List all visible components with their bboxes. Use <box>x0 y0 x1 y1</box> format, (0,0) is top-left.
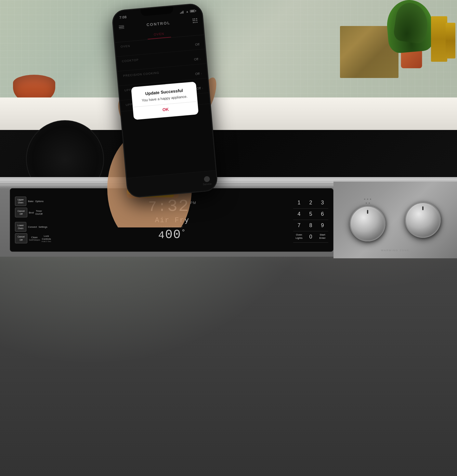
bake-button[interactable]: Bake <box>28 200 33 203</box>
cancel-off-1-button[interactable]: Cancel Off <box>15 208 27 217</box>
hold-3-sec-label: Hold 3 Sec <box>42 240 51 242</box>
right-burner-knob[interactable] <box>405 202 441 238</box>
left-burner-knob[interactable] <box>350 206 385 241</box>
btn-row-2: Cancel Off Broil Timer On/Off <box>15 208 51 217</box>
key-9[interactable]: 9 <box>317 220 328 231</box>
btn-row-1: Upper Oven Bake Options <box>15 197 51 206</box>
lock-button[interactable]: Lock <box>44 235 49 238</box>
lower-oven-temp-display: LOWER OVEN °F 400° <box>158 226 186 242</box>
gold-canister-1 <box>431 16 447 62</box>
cancel-off-2-button[interactable]: Cancel Off <box>15 233 27 243</box>
broil-button[interactable]: Broil <box>29 211 34 214</box>
lock-controls-label: Controls <box>42 238 51 240</box>
convect-button[interactable]: Convect <box>28 225 37 228</box>
clean-button[interactable]: Clean <box>31 236 38 239</box>
key-3[interactable]: 3 <box>317 197 328 209</box>
plant-pot <box>401 50 422 68</box>
button-cluster: Upper Oven Bake Options Cancel Off Broil… <box>15 197 51 243</box>
upper-oven-label: Upper Oven <box>18 199 24 204</box>
knob-indicator <box>367 210 368 214</box>
modal-ok-button[interactable]: OK <box>138 105 193 114</box>
settings-button[interactable]: Settings <box>39 225 47 228</box>
knob-right-wrap <box>405 202 441 238</box>
warming-zone-area: WARMING ZONE <box>381 249 410 252</box>
key-2[interactable]: 2 <box>305 197 317 209</box>
plant <box>385 3 437 68</box>
key-5[interactable]: 5 <box>305 209 317 220</box>
oven-right-knobs: WARMING ZONE <box>333 180 457 258</box>
lower-oven-temp-value: 400° <box>158 228 186 242</box>
modal-dialog: Update Successful You have a happy appli… <box>131 82 199 120</box>
lower-oven-button[interactable]: Lower Oven <box>15 222 26 232</box>
clean-group: Clean Self/Steam <box>29 236 40 241</box>
key-8[interactable]: 8 <box>305 220 317 231</box>
timer-onoff-label: On/Off <box>35 212 43 215</box>
key-start-enter[interactable]: StartEnter <box>317 231 328 243</box>
timer-group: Timer On/Off <box>35 210 43 215</box>
upper-oven-button[interactable]: Upper Oven <box>15 197 26 206</box>
lock-group: Lock Controls Hold 3 Sec <box>42 235 51 242</box>
phone: 7:08 ▲ <box>111 3 218 199</box>
key-4[interactable]: 4 <box>293 209 305 220</box>
warming-zone-label: WARMING ZONE <box>381 249 410 252</box>
knob-left-wrap <box>350 199 385 241</box>
phone-screen: 7:08 ▲ <box>112 4 217 198</box>
key-oven-lights[interactable]: OvenLights <box>293 231 305 243</box>
gold-canister-2 <box>446 23 455 58</box>
dot-3 <box>370 199 371 200</box>
btn-row-3: Lower Oven Convect Settings <box>15 222 51 232</box>
key-6[interactable]: 6 <box>317 209 328 220</box>
spacer <box>15 219 51 220</box>
btn-row-4: Cancel Off Clean Self/Steam Lock Control… <box>15 233 51 243</box>
timer-button[interactable]: Timer <box>36 210 42 212</box>
lower-oven-label-btn: Lower Oven <box>18 224 24 230</box>
modal-overlay: Update Successful You have a happy appli… <box>112 4 217 198</box>
knob-dots-row2 <box>366 202 370 204</box>
dot-4 <box>366 202 367 204</box>
knob-top-dots <box>364 199 371 200</box>
options-button[interactable]: Options <box>35 200 44 203</box>
key-7[interactable]: 7 <box>293 220 305 231</box>
clean-sub-label: Self/Steam <box>29 239 40 241</box>
dot-1 <box>364 199 365 200</box>
dot-2 <box>367 199 368 200</box>
temp-hundreds: 00 <box>165 228 181 242</box>
key-1[interactable]: 1 <box>293 197 305 209</box>
key-0[interactable]: 0 <box>305 231 317 243</box>
temp-degree: ° <box>181 228 186 237</box>
cancel-off-2-label: Cancel Off <box>18 235 25 241</box>
numpad: 1 2 3 4 5 6 7 8 9 OvenLights 0 StartEnte… <box>293 197 328 243</box>
cancel-off-1-label: Cancel Off <box>18 210 25 215</box>
knob-indicator-right <box>422 206 424 210</box>
dot-5 <box>369 202 370 204</box>
